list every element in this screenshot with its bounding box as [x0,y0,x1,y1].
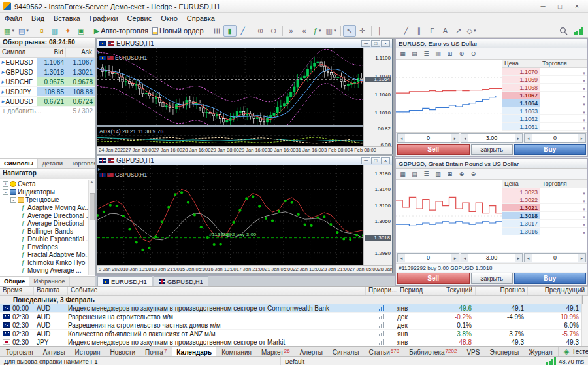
ladder-trade-cell[interactable]: ▼ [540,107,587,114]
line-chart-mode-button[interactable]: ╱ [237,25,250,37]
tick-chart-button[interactable]: ▦ [397,169,408,179]
close-button[interactable]: Закрыть [471,144,513,155]
chart-tab-eurusd[interactable]: EURUSD,H1 [97,276,152,286]
tab-articles[interactable]: Статьи678 [364,347,404,356]
gbpusd-price-chart[interactable]: ▸ GBPUSD,H1 #11392292 buy 3.00 [97,165,363,265]
column-symbol[interactable]: Символ [0,48,37,57]
sell-button[interactable]: Sell [397,273,470,284]
eurusd-price-chart[interactable]: ▸ EURUSD,H1 [97,48,363,125]
close-button[interactable]: Закрыть [471,273,513,284]
profiles-button[interactable]: ▤▾ [16,25,31,37]
market-watch-button[interactable]: ¤ [35,25,48,37]
orders-button[interactable]: ☰ [421,49,432,58]
eurusd-tick-chart[interactable] [396,60,502,132]
menu-view[interactable]: Вид [27,14,49,23]
column-priority[interactable]: Приори... [366,287,397,295]
eurusd-price-axis[interactable]: 1.11001.10701.10401.10101.106466.826.08 [363,48,392,146]
increment-icon[interactable]: ▸ [451,254,459,262]
one-click-trading-arrow-icon[interactable]: ▸ [98,166,101,172]
fibonacci-tool-button[interactable]: F [426,25,439,37]
chart-shift-button[interactable]: « [298,25,311,37]
increment-icon[interactable]: ▸ [578,254,585,262]
ladder-row[interactable]: 1.1063▼ [502,107,587,115]
navigator-button[interactable]: ✦ [61,25,74,37]
tree-item-indicator[interactable]: ƒBollinger Bands [0,227,95,235]
tab-favorites[interactable]: Избранное [29,277,69,286]
ladder-row[interactable]: 1.3023▼ [502,188,587,196]
trade-widget-header[interactable]: EURUSD, Euro vs US Dollar [396,39,587,48]
collapse-icon[interactable]: - [3,189,8,195]
column-ask[interactable]: Ask [66,48,95,57]
increment-icon[interactable]: ▸ [578,134,585,142]
tab-calendar[interactable]: Календарь [172,347,216,356]
zoom-in-button[interactable]: ⊕ [254,25,267,37]
calendar-event-row[interactable]: 00:00 AUD Индекс менеджеров по закупкам … [0,304,588,313]
increment-icon[interactable]: ▸ [451,134,459,142]
sl-stepper[interactable]: ◂0▸ [397,253,459,262]
buy-button[interactable]: Buy [514,144,587,155]
menu-insert[interactable]: Вставка [49,14,85,23]
vertical-line-tool-button[interactable]: │ [374,25,387,37]
tab-market[interactable]: Маркет26 [257,347,295,356]
decrement-icon[interactable]: ◂ [525,254,532,262]
channel-tool-button[interactable]: ∥ [413,25,426,37]
market-watch-row[interactable]: ▸AUDUSD 0.6721 0.6724 [0,97,95,107]
column-currency[interactable]: Валюта [34,287,68,295]
tab-signals[interactable]: Сигналы [328,347,364,356]
decrement-icon[interactable]: ◂ [398,134,405,142]
tree-item-indicator[interactable]: ƒAdaptive Moving Av... [0,203,95,211]
ladder-row[interactable]: 1.1061▼ [502,123,587,131]
market-watch-row[interactable]: ▸EURUSD 1.1064 1.1067 [0,58,95,67]
tree-item-indicator[interactable]: ƒDouble Exponential ... [0,235,95,243]
ladder-trade-cell[interactable]: ▼ [540,76,587,83]
toolbox-button[interactable]: ▣ [74,25,88,37]
arrows-tool-button[interactable]: ↗ [452,25,465,37]
scroll-up-icon[interactable]: ▲ [90,180,94,184]
expand-icon[interactable]: + [3,181,8,187]
zoom-out-button[interactable]: ⊖ [267,25,280,37]
menu-window[interactable]: Окно [156,14,182,23]
tab-news[interactable]: Новости [105,347,140,356]
sl-stepper[interactable]: ◂0▸ [397,133,459,143]
zoom-in-button[interactable]: ⊕ [456,169,467,179]
scrollbar-thumb[interactable] [90,193,95,220]
orders-button[interactable]: ☰ [421,169,432,179]
column-event[interactable]: Событие [68,287,366,295]
chart-window-titlebar[interactable]: EURUSD,H1 ─ □ × [97,39,392,48]
tab-common[interactable]: Общие [0,277,29,286]
zoom-out-button[interactable]: ⊖ [468,169,479,179]
ladder-row[interactable]: 1.1070▼ [502,68,587,76]
auto-trading-button[interactable]: ▶Авто-торговля [92,25,150,37]
gbpusd-price-axis[interactable]: 1.31801.31401.31001.30601.29801.3018 [363,165,392,265]
ladder-trade-cell[interactable]: ▼ [540,68,587,75]
adx-indicator-pane[interactable]: ADX(14) 20.21 11.38 9.76 [97,127,363,146]
chart-maximize-button[interactable]: □ [371,40,380,47]
ladder-trade-cell[interactable]: ▼ [540,99,587,107]
market-watch-row[interactable]: ▸USDCHF 0.9675 0.9678 [0,77,95,87]
tab-journal[interactable]: Журнал [524,347,557,356]
strategy-tester-button[interactable]: ◈Тестер стратегий [558,347,588,356]
gbpusd-tick-chart[interactable] [396,180,502,252]
bar-chart-mode-button[interactable]: ☰ [210,25,223,37]
alert-button[interactable]: ⊞ [444,169,455,179]
ladder-trade-cell[interactable]: ▼ [540,196,587,203]
chart-maximize-button[interactable]: □ [371,157,380,164]
ladder-trade-cell[interactable]: ▼ [540,228,587,235]
market-depth-button[interactable]: ▤ [409,49,420,58]
tab-experts[interactable]: Эксперты [485,347,523,356]
ladder-trade-cell[interactable]: ▼ [540,212,587,219]
ladder-row[interactable]: 1.3022▼ [502,196,587,204]
column-current[interactable]: Текущий [427,287,476,295]
chart-minimize-button[interactable]: ─ [361,40,370,47]
tree-item-indicator[interactable]: ƒMoving Average ... [0,266,95,274]
ladder-trade-cell[interactable]: ▼ [540,92,587,99]
tab-codebase[interactable]: Библиотека7202 [404,347,461,356]
menu-help[interactable]: Справка [182,14,220,23]
tab-history[interactable]: История [71,347,105,356]
new-order-button[interactable]: Новый ордер [150,25,206,37]
zoom-in-button[interactable]: ⊕ [456,49,467,58]
tick-chart-button[interactable]: ▦ [397,49,408,58]
column-bid[interactable]: Bid [37,48,66,57]
market-watch-row[interactable]: ▸GBPUSD 1.3018 1.3021 [0,67,95,77]
column-previous[interactable]: Предыдущий [528,287,588,295]
